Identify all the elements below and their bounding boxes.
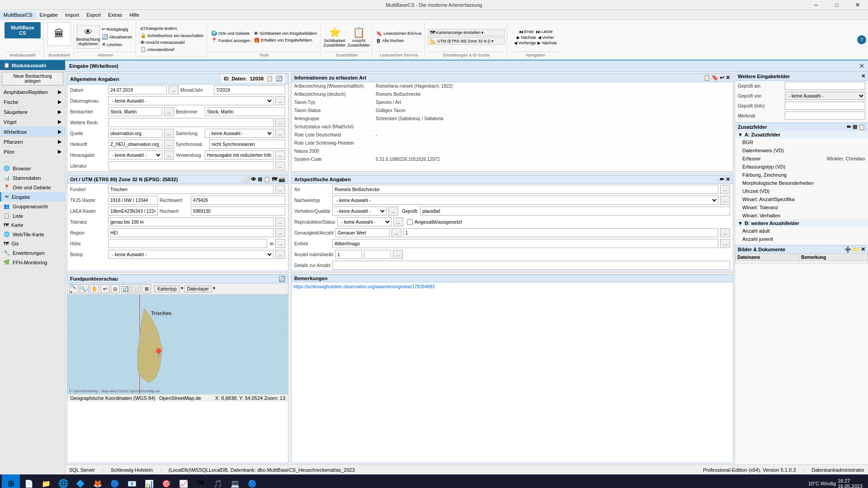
taskbar-btn9[interactable]: 🎯 [158,475,175,488]
taskbar-btn14[interactable]: 🔵 [244,475,260,488]
sammlung-btn[interactable]: ... [275,129,285,138]
sidebar-item-orte[interactable]: 📍 Orte und Gebiete [0,183,65,192]
map-back-btn[interactable]: ↩ [100,284,109,293]
id-icon1[interactable]: 📋 [266,75,273,82]
sidebar-item-voegel[interactable]: Vögel ▶ [0,117,65,127]
nachweistyp-btn[interactable]: ... [720,196,730,205]
taskbar-btn6[interactable]: 🔵 [107,475,123,488]
weitere-beob-input[interactable] [108,118,274,127]
laea-input[interactable] [108,206,158,216]
einheit-input[interactable] [332,239,718,248]
fundort-input[interactable] [108,185,274,194]
map-rect-btn[interactable]: ⬜ [132,284,141,293]
close-btn[interactable]: ✕ [847,0,868,10]
biotop-btn[interactable]: ... [275,250,285,259]
genauigkeit-num-btn[interactable]: ... [720,228,730,237]
datum-input[interactable] [108,85,167,94]
sammlung-select[interactable]: - keine Auswahl - [205,129,274,138]
datenlayer-btn[interactable]: Datenlayer [184,286,212,292]
loc-icon5[interactable]: 🗺 [272,176,277,183]
map-grid-btn[interactable]: ⊞ [142,284,151,293]
datumsgenau-select[interactable]: - keine Auswahl - [108,96,274,105]
taskbar-word-btn[interactable]: 📄 [21,475,37,488]
beobachter-input[interactable] [108,107,162,116]
right-sidebar-close[interactable]: ✕ [861,73,865,79]
alle-loeschen-lesezeichen-btn[interactable]: 🗑 Alle löschen [375,38,423,44]
menu-import[interactable]: Import [61,11,83,19]
remarks-textarea[interactable] [292,282,733,364]
aktualisieren-btn[interactable]: 🔄 Aktualisieren [100,33,134,40]
rueckgaengig-btn[interactable]: ↩ Rückgängig [100,26,134,33]
sidebar-item-ffh[interactable]: 🌿 FFH-Monitoring [0,258,65,267]
sidebar-item-webtile[interactable]: 🌐 WebTile-Karte [0,230,65,239]
bundesland-btn[interactable]: 🏛 [47,22,71,46]
taskbar-btn10[interactable]: 📈 [175,475,192,488]
reproduktion-select[interactable]: - keine Auswahl - [337,217,392,226]
art-input[interactable] [332,185,718,194]
more-items-btn[interactable]: ..... [0,157,65,164]
region-btn[interactable]: ... [275,228,285,237]
herausgabe-btn[interactable]: ... [164,150,174,160]
loc-icon2[interactable]: 👁 [251,176,256,183]
monatjahr-input[interactable] [214,85,285,94]
zusatz-group-b-header[interactable]: ▼ B: weitere Anzahifelder [735,220,868,227]
orte-gebiete-btn[interactable]: 🌍 Orte und Gebiete [210,30,251,37]
taskbar-explorer-btn[interactable]: 📁 [38,475,54,488]
details-input[interactable] [332,261,730,270]
art-btn[interactable]: ... [720,185,730,194]
sidebar-item-fische[interactable]: Fische ▶ [0,97,65,107]
minimize-btn[interactable]: ─ [806,0,826,10]
map-refresh-btn[interactable]: 🔄 [121,284,130,293]
schreibschutz-btn[interactable]: 🔒 Schreibschutz ein-/ausschalten [139,32,205,39]
lesezeichen-btn[interactable]: 🔖 Lesezeichen Ein/Aus [375,30,423,37]
quelle-btn[interactable]: ... [164,129,174,138]
ansicht-zusatz-btn[interactable]: 📋 AnsichtZusatzfelder [348,27,370,47]
taskbar-excel-btn[interactable]: 📊 [141,475,157,488]
sidebar-item-amphibien[interactable]: Amphibien/Reptilien ▶ [0,87,65,97]
taskbar-media-btn[interactable]: 🎵 [210,475,226,488]
genauigkeit-input[interactable] [335,228,390,237]
region-input[interactable] [108,228,274,237]
quelle-input[interactable] [108,129,162,138]
hochwert-input[interactable] [191,206,285,216]
herkunft-btn[interactable]: ... [164,140,174,149]
kartentyp-btn[interactable]: Kartentyp [154,286,180,292]
sidebar-item-wirbellose[interactable]: Wirbellose ▶ [0,127,65,137]
map-view[interactable]: Trischen 📍 © OpenStreetMap · Map data ©2… [67,295,288,394]
new-observation-btn[interactable]: Neue Beobachtung anlegen [2,72,63,85]
sidebar-item-pflanzen[interactable]: Pflanzen ▶ [0,137,65,147]
reproduktion-btn[interactable]: ... [393,217,403,226]
art-info-icon2[interactable]: 🔖 [712,75,718,81]
toleranz-btn[interactable]: ... [275,217,285,226]
map-pan-btn[interactable]: ✋ [90,284,99,293]
sidebar-item-eingabe[interactable]: ✏ Eingabe [0,192,65,202]
literatur-btn[interactable]: ... [275,161,285,170]
geprueft-von-select[interactable]: - keine Auswahl - [785,92,865,100]
tk25-input[interactable] [108,196,158,205]
sidebar-item-erweiterungen[interactable]: 🔧 Erweiterungen [0,248,65,258]
geprueft-input[interactable] [420,206,730,216]
verhalten-btn[interactable]: ... [388,206,398,216]
beobachtung-duplizieren-btn[interactable]: 👁Beobachtungduplizieren [77,25,99,49]
datum-btn[interactable]: ... [169,85,179,94]
loeschen-btn[interactable]: ✕ Löschen [100,41,134,48]
biotop-select[interactable]: - keine Auswahl - [108,250,274,259]
artensteckbrief-btn[interactable]: 📋 Artensteckbrief [139,46,205,53]
weitere-beob-btn[interactable]: ... [275,118,285,127]
fundort-anzeigen-btn[interactable]: 📍 Fundort anzeigen [210,37,251,44]
kategorie-aendern-btn[interactable]: 🏷 Kategorie ändern [139,25,205,32]
kartenanzeige-btn[interactable]: 🗺 Kartenanzeige einstellen ▾ [428,29,505,36]
einheit-btn[interactable]: ... [720,239,730,248]
taskbar-edge-btn[interactable]: 🌐 [55,475,71,488]
menu-export[interactable]: Export [83,11,104,19]
loc-icon6[interactable]: 📸 [278,176,285,183]
merkmal-input[interactable] [785,112,865,120]
art-info-icon1[interactable]: 📋 [703,75,710,81]
map-zoom-out-btn[interactable]: 🔍- [80,284,89,293]
sidebar-item-browser[interactable]: 🌐 Browser [0,164,65,173]
zusatz-list-icon[interactable]: 📋 [859,124,865,130]
verwendung-input[interactable] [205,150,274,160]
herausgabe-select[interactable]: - keine Auswahl - [108,150,162,160]
anzahl-mn-input[interactable] [335,250,362,259]
vorher-nav-btn[interactable]: ◀ Vorher [538,35,554,40]
